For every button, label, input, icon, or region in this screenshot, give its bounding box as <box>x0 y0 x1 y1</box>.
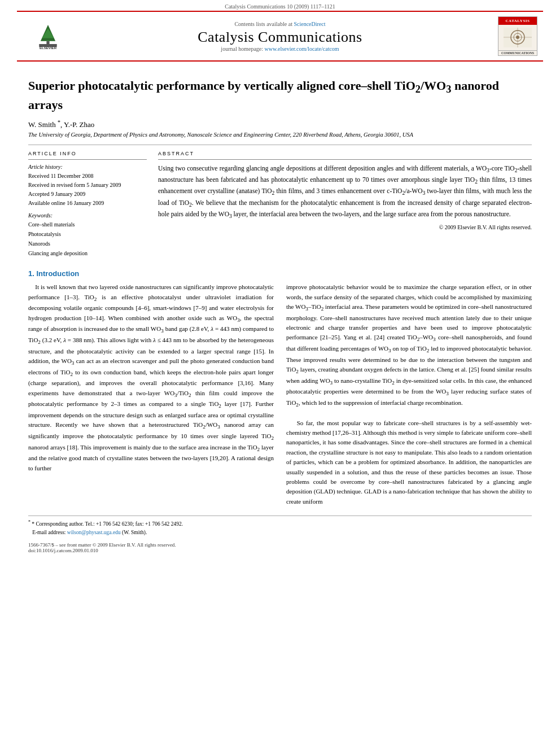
catalysis-logo-box: CATALYSIS COMMUNICATIONS <box>498 16 537 56</box>
accepted-date: Accepted 9 January 2009 <box>28 190 147 199</box>
sciencedirect-link: ScienceDirect <box>294 21 325 27</box>
section1-heading: 1. Introduction <box>28 269 532 278</box>
abstract-copyright: © 2009 Elsevier B.V. All rights reserved… <box>158 224 532 230</box>
journal-header: ELSEVIER Contents lists available at Sci… <box>17 11 543 62</box>
page-wrapper: Catalysis Communications 10 (2009) 1117–… <box>0 0 560 747</box>
catalysis-logo-icon <box>504 28 532 47</box>
article-divider <box>28 145 532 145</box>
keyword-1: Core–shell materials <box>28 220 147 229</box>
footnote-email-line: E-mail address: wilson@physast.uga.edu (… <box>28 528 532 537</box>
article-content: Superior photocatalytic performance by v… <box>0 62 560 565</box>
footnote-email-address: wilson@physast.uga.edu <box>67 530 121 535</box>
journal-homepage: journal homepage: www.elsevier.com/locat… <box>73 46 487 52</box>
svg-marker-3 <box>42 28 54 38</box>
keyword-4: Glancing angle deposition <box>28 248 147 258</box>
journal-ref-text: Catalysis Communications 10 (2009) 1117–… <box>225 3 335 10</box>
body-text-col1: It is well known that two layered oxide … <box>28 282 274 473</box>
footer-issn: 1566-7367/$ – see front matter © 2009 El… <box>28 542 532 548</box>
catalysis-logo-bottom-text: COMMUNICATIONS <box>498 50 537 55</box>
article-history-label: Article history: <box>28 164 147 170</box>
body-col-2: improve photocatalytic behavior would be… <box>286 282 532 506</box>
abstract-column: ABSTRACT Using two consecutive regarding… <box>158 151 532 258</box>
body-text-col2-p2: So far, the most popular way to fabricat… <box>286 418 532 506</box>
journal-title: Catalysis Communications <box>73 29 487 46</box>
article-info-column: ARTICLE INFO Article history: Received 1… <box>28 151 147 258</box>
homepage-url: www.elsevier.com/locate/catcom <box>265 46 339 52</box>
abstract-text: Using two consecutive regarding glancing… <box>158 164 532 221</box>
journal-reference-bar: Catalysis Communications 10 (2009) 1117–… <box>0 0 560 11</box>
body-col-1: It is well known that two layered oxide … <box>28 282 274 506</box>
elsevier-tree-icon: ELSEVIER <box>28 22 68 50</box>
elsevier-logo: ELSEVIER <box>23 22 73 50</box>
authors: W. Smith *, Y.-P. Zhao <box>28 119 532 129</box>
footnote-star-text: * Corresponding author. Tel.: +1 706 542… <box>32 521 183 527</box>
contents-text: Contents lists available at <box>234 21 292 27</box>
footnote-email-name: (W. Smith). <box>122 530 147 535</box>
keyword-3: Nanorods <box>28 239 147 248</box>
body-content: 1. Introduction It is well known that tw… <box>28 269 532 506</box>
affiliation: The University of Georgia, Department of… <box>28 132 532 138</box>
homepage-label: journal homepage: <box>221 46 263 52</box>
catalysis-logo-bar: CATALYSIS <box>498 17 537 25</box>
article-info-abstract-section: ARTICLE INFO Article history: Received 1… <box>28 151 532 258</box>
footnote-corresponding: * * Corresponding author. Tel.: +1 706 5… <box>28 519 532 528</box>
received-date: Received 11 December 2008 <box>28 172 147 181</box>
body-two-col: It is well known that two layered oxide … <box>28 282 532 506</box>
footnote-email-label: E-mail address: <box>32 530 65 535</box>
abstract-divider <box>158 159 532 160</box>
revised-date: Received in revised form 5 January 2009 <box>28 181 147 190</box>
match-word: match <box>83 455 98 461</box>
body-text-col2-p1: improve photocatalytic behavior would be… <box>286 282 532 409</box>
article-title: Superior photocatalytic performance by v… <box>28 77 532 113</box>
catalysis-logo-area: CATALYSIS COMMUNICATIONS <box>487 16 537 56</box>
article-info-label: ARTICLE INFO <box>28 151 147 156</box>
abstract-label: ABSTRACT <box>158 151 532 156</box>
article-info-divider <box>28 159 147 160</box>
footer-doi: doi:10.1016/j.catcom.2009.01.010 <box>28 548 532 553</box>
available-date: Available online 16 January 2009 <box>28 199 147 208</box>
svg-text:ELSEVIER: ELSEVIER <box>40 46 57 50</box>
keywords-label: Keywords: <box>28 212 147 219</box>
footer-area: * * Corresponding author. Tel.: +1 706 5… <box>28 516 532 553</box>
contents-line: Contents lists available at ScienceDirec… <box>73 21 487 27</box>
keywords-list: Core–shell materials Photocatalysis Nano… <box>28 220 147 258</box>
keyword-2: Photocatalysis <box>28 229 147 239</box>
journal-title-block: Contents lists available at ScienceDirec… <box>73 21 487 52</box>
bottom-meta: 1566-7367/$ – see front matter © 2009 El… <box>28 542 532 553</box>
